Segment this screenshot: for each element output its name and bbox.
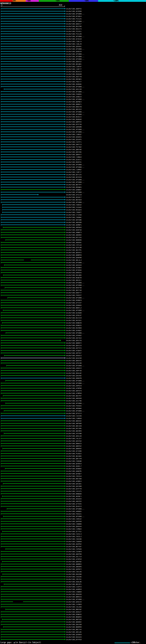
hit-label[interactable]: UniRef100_B5DGH0	[66, 73, 81, 75]
hit-label[interactable]: UniRef100_B3NK93	[66, 614, 81, 616]
alignment-bar[interactable]	[1, 159, 65, 160]
hit-label[interactable]: UniRef100_Q74306	[66, 450, 81, 452]
hit-label[interactable]: UniRef100_B38NF8	[66, 300, 81, 301]
hit-label[interactable]: UniRef100_A5DL86	[66, 581, 81, 583]
hit-label[interactable]: UniRef100_P49227	[66, 294, 81, 296]
hit-label[interactable]: UniRef100_B4IXU1	[66, 320, 81, 322]
hit-label[interactable]: UniRef100_A5F4S4	[66, 337, 81, 339]
hit-label[interactable]: UniRef100_UPI000...	[66, 179, 84, 181]
hit-label[interactable]: UniRef100_C4LU56	[66, 606, 81, 608]
alignment-bar[interactable]	[1, 139, 65, 140]
hit-label[interactable]: UniRef100_B66M99	[66, 626, 81, 628]
alignment-bar[interactable]	[1, 44, 65, 44]
hit-label[interactable]: UniRef100_C4L227	[66, 438, 81, 440]
alignment-bar[interactable]	[1, 408, 65, 408]
alignment-bar[interactable]	[3, 310, 65, 310]
hit-label[interactable]: UniRef100_B9W4Z3	[66, 443, 81, 444]
alignment-bar[interactable]	[1, 24, 65, 24]
alignment-bar[interactable]	[1, 305, 65, 306]
hit-label[interactable]: UniRef100_Q4CU60	[66, 486, 81, 487]
alignment-bar[interactable]	[1, 343, 65, 343]
alignment-bar[interactable]	[1, 466, 65, 466]
hit-label[interactable]: UniRef100_Q61QB1	[66, 63, 81, 65]
hit-label[interactable]: UniRef100_Q6PBE3	[66, 101, 81, 103]
hit-label[interactable]: UniRef100_Q627R7	[66, 395, 81, 397]
alignment-bar[interactable]	[1, 8, 65, 9]
hit-label[interactable]: UniRef100_Q55UC7	[66, 196, 81, 198]
hit-label[interactable]: UniRef100_B7XEB4	[66, 269, 81, 271]
hit-label[interactable]: UniRef100_A3KH13	[66, 367, 81, 369]
alignment-bar[interactable]	[2, 322, 65, 323]
hit-label[interactable]: UniRef100_Q4PPH9	[66, 521, 81, 522]
alignment-bar[interactable]	[5, 468, 65, 469]
hit-label[interactable]: UniRef100_Q9AYG2	[66, 61, 81, 62]
alignment-bar[interactable]	[1, 262, 65, 263]
alignment-bar[interactable]	[1, 501, 65, 502]
hit-label[interactable]: UniRef100_Q44QE7	[66, 473, 81, 475]
alignment-bar[interactable]	[5, 240, 65, 240]
alignment-bar[interactable]	[1, 38, 65, 39]
hit-label[interactable]: UniRef100_Q2GN59	[66, 634, 81, 636]
alignment-bar[interactable]	[7, 298, 65, 298]
hit-label[interactable]: UniRef100_UPI000...	[66, 164, 84, 166]
alignment-bar[interactable]	[1, 144, 65, 144]
hit-label[interactable]: UniRef100_UPI000...	[66, 410, 84, 412]
hit-label[interactable]: UniRef100_UPI000...	[66, 86, 84, 88]
hit-label[interactable]: UniRef100_B9EEY0	[66, 106, 81, 108]
alignment-bar[interactable]	[1, 436, 65, 436]
hit-label[interactable]: UniRef100_UPI000...	[66, 20, 84, 22]
alignment-bar[interactable]	[2, 561, 65, 562]
hit-label[interactable]: UniRef100_B2YHY0	[66, 176, 81, 178]
alignment-bar[interactable]	[1, 338, 65, 338]
hit-label[interactable]: UniRef100_Q6C4Z8	[66, 425, 81, 427]
alignment-bar[interactable]	[1, 28, 65, 29]
hit-label[interactable]: UniRef100_Q7RL67	[66, 314, 81, 316]
hit-label[interactable]: UniRef100_B95P30	[66, 287, 81, 289]
alignment-bar[interactable]	[1, 194, 38, 195]
hit-label[interactable]: UniRef100_C5KDW1	[66, 216, 81, 218]
alignment-bar[interactable]	[1, 438, 65, 438]
hit-label[interactable]: UniRef100_Q8FJY0	[66, 458, 81, 460]
alignment-bar[interactable]	[1, 182, 65, 182]
alignment-bar[interactable]	[1, 614, 65, 614]
alignment-bar[interactable]	[1, 463, 65, 464]
alignment-bar[interactable]	[2, 574, 65, 574]
alignment-bar[interactable]	[1, 453, 65, 454]
alignment-bar[interactable]	[1, 192, 65, 192]
hit-label[interactable]: UniRef100_B4LQQ5	[66, 274, 81, 276]
alignment-bar[interactable]	[1, 250, 65, 250]
alignment-bar[interactable]	[1, 335, 65, 336]
hit-label[interactable]: UniRef100_C5DIH6	[66, 538, 81, 540]
hit-label[interactable]: UniRef100_A7EYW0	[66, 433, 81, 434]
alignment-bar[interactable]	[1, 521, 65, 522]
hit-label[interactable]: UniRef100_C71XS6	[66, 214, 81, 216]
hit-label[interactable]: UniRef100_Q95Z76	[66, 340, 81, 342]
hit-label[interactable]: UniRef100_B2Y125	[66, 174, 81, 176]
alignment-bar[interactable]	[1, 431, 65, 431]
alignment-bar[interactable]	[1, 571, 65, 572]
alignment-bar[interactable]	[1, 84, 65, 84]
alignment-bar[interactable]	[1, 390, 65, 391]
hit-label[interactable]: UniRef100_Q841I4	[66, 345, 81, 346]
hit-label[interactable]: UniRef100_A9P8A3	[66, 226, 81, 228]
hit-label[interactable]: UniRef100_Q96EP0	[66, 378, 81, 379]
alignment-bar[interactable]	[1, 31, 65, 32]
alignment-bar[interactable]	[1, 96, 65, 97]
hit-label[interactable]: UniRef100_UPI000...	[66, 114, 84, 115]
hit-label[interactable]: UniRef100_B9CYD8	[66, 478, 81, 480]
hit-label[interactable]: UniRef100_UPI000...	[66, 365, 84, 367]
alignment-bar[interactable]	[1, 69, 65, 69]
alignment-bar[interactable]	[1, 579, 65, 579]
hit-label[interactable]: UniRef100_UPI000...	[66, 166, 84, 168]
alignment-bar[interactable]	[1, 589, 65, 590]
hit-label[interactable]: UniRef100_A9ZT78	[66, 76, 81, 78]
alignment-bar[interactable]	[1, 177, 65, 177]
hit-label[interactable]: UniRef100_Q59953	[66, 463, 81, 465]
hit-label[interactable]: UniRef100_Q4KT13	[66, 144, 81, 146]
hit-label[interactable]: UniRef100_UPI000...	[66, 131, 84, 133]
alignment-bar[interactable]	[1, 214, 65, 215]
hit-label[interactable]: UniRef100_UPI000...	[66, 297, 84, 299]
alignment-bar[interactable]	[1, 86, 65, 87]
hit-label[interactable]: UniRef100_C5FWF0	[66, 551, 81, 552]
hit-label[interactable]: UniRef100_C3ZIL3	[66, 533, 81, 535]
